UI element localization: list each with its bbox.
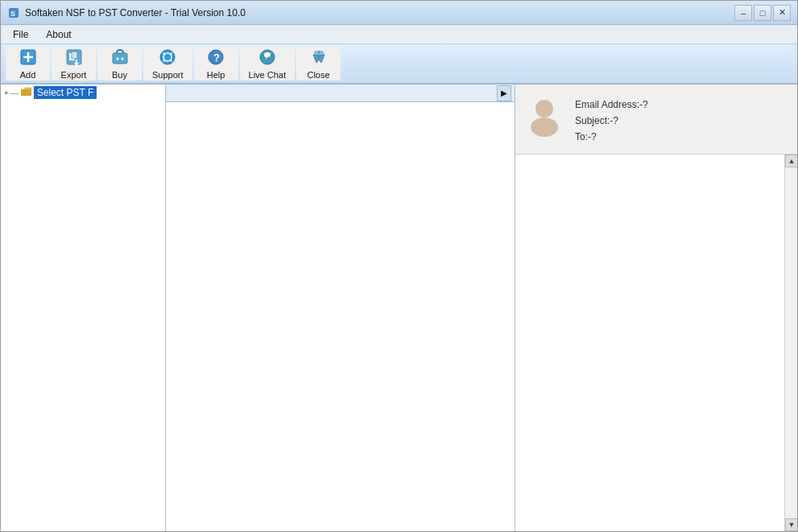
- help-label: Help: [207, 70, 225, 80]
- livechat-button[interactable]: Live Chat: [240, 47, 295, 80]
- list-content: [166, 102, 515, 531]
- scroll-track: [785, 167, 797, 518]
- buy-button[interactable]: Buy: [97, 47, 142, 80]
- email-header: Email Address:-? Subject:-? To:-?: [515, 85, 797, 155]
- window-controls: – □ ✕: [734, 5, 791, 21]
- menu-file[interactable]: File: [4, 27, 37, 43]
- support-icon: [159, 48, 176, 68]
- svg-rect-10: [113, 53, 127, 64]
- tree-dash-icon: —: [10, 88, 19, 97]
- close-label: Close: [307, 70, 329, 80]
- email-subject-field: Subject:-?: [575, 115, 648, 126]
- export-label: Export: [61, 70, 87, 80]
- buy-label: Buy: [112, 70, 127, 80]
- svg-rect-7: [72, 52, 77, 59]
- app-icon: S: [7, 6, 20, 19]
- export-button[interactable]: Export: [52, 47, 96, 80]
- right-scrollbar[interactable]: ▲ ▼: [784, 155, 797, 531]
- support-button[interactable]: Support: [143, 47, 192, 80]
- add-label: Add: [20, 70, 36, 80]
- title-bar: S Softaken NSF to PST Converter - Trial …: [1, 1, 797, 25]
- svg-point-27: [535, 100, 553, 118]
- svg-point-28: [531, 118, 558, 137]
- menu-about[interactable]: About: [37, 27, 80, 43]
- menu-bar: File About: [1, 25, 797, 44]
- main-content: + — Select PST F ▶: [1, 85, 797, 531]
- buy-icon: [111, 48, 129, 68]
- close-button[interactable]: Close: [296, 47, 341, 80]
- tree-folder-icon: [21, 87, 32, 99]
- tree-expand-icon[interactable]: +: [4, 89, 9, 97]
- svg-text:S: S: [10, 10, 15, 18]
- export-icon: [65, 48, 83, 68]
- help-icon: ?: [207, 48, 225, 68]
- svg-text:?: ?: [213, 52, 220, 64]
- svg-marker-22: [313, 55, 325, 63]
- email-body: [515, 155, 784, 531]
- livechat-icon: [258, 48, 276, 68]
- restore-button[interactable]: □: [754, 5, 771, 21]
- livechat-label: Live Chat: [249, 70, 286, 80]
- right-panel: Email Address:-? Subject:-? To:-? ▲ ▼: [515, 85, 797, 531]
- add-button[interactable]: Add: [6, 47, 50, 80]
- toolbar: Add Export: [1, 44, 797, 85]
- main-window: S Softaken NSF to PST Converter - Trial …: [0, 0, 798, 532]
- list-header: ▶: [166, 85, 515, 102]
- minimize-button[interactable]: –: [734, 5, 752, 21]
- svg-point-13: [160, 50, 175, 64]
- window-title: Softaken NSF to PST Converter - Trial Ve…: [25, 7, 734, 19]
- svg-point-12: [121, 57, 123, 60]
- left-panel[interactable]: + — Select PST F: [1, 85, 166, 531]
- help-button[interactable]: ? Help: [194, 47, 238, 80]
- list-scroll-right[interactable]: ▶: [497, 85, 511, 101]
- right-panel-body: ▲ ▼: [515, 155, 797, 531]
- scroll-down-button[interactable]: ▼: [785, 518, 797, 531]
- tree-root-item[interactable]: + — Select PST F: [1, 85, 165, 101]
- svg-point-11: [116, 57, 118, 60]
- scroll-up-button[interactable]: ▲: [785, 155, 797, 167]
- email-fields: Email Address:-? Subject:-? To:-?: [575, 96, 648, 142]
- email-to-field: To:-?: [575, 131, 648, 142]
- svg-rect-26: [21, 89, 31, 96]
- email-address-field: Email Address:-?: [575, 99, 648, 110]
- avatar: [525, 96, 564, 138]
- tree-root-label[interactable]: Select PST F: [34, 86, 97, 99]
- close-icon: [310, 48, 328, 68]
- close-window-button[interactable]: ✕: [773, 5, 791, 21]
- add-icon: [19, 48, 37, 68]
- support-label: Support: [152, 70, 184, 80]
- middle-panel: ▶: [166, 85, 515, 531]
